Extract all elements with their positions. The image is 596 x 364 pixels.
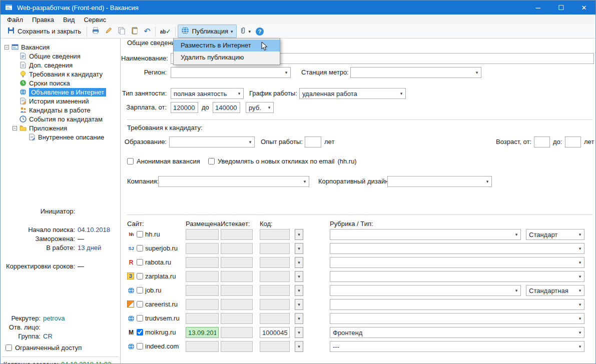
- tree-item-attachments[interactable]: − Приложения: [1, 124, 120, 132]
- anonymous-vacancy-checkbox[interactable]: [127, 158, 134, 164]
- code-dropdown-button[interactable]: ▾: [295, 299, 303, 310]
- tree-item-search-terms[interactable]: Сроки поиска: [1, 78, 120, 88]
- code-input[interactable]: [260, 341, 290, 352]
- type-select[interactable]: Стандартная▾: [526, 285, 584, 296]
- code-input[interactable]: [260, 313, 290, 324]
- code-dropdown-button[interactable]: ▾: [295, 341, 303, 352]
- menu-view[interactable]: Вид: [59, 14, 80, 24]
- rubric-select[interactable]: ▾: [330, 299, 584, 310]
- close-button[interactable]: ✕: [572, 0, 595, 14]
- placed-input[interactable]: [186, 285, 219, 296]
- placed-input[interactable]: [186, 271, 219, 282]
- placed-input[interactable]: [186, 341, 219, 352]
- salary-from-input[interactable]: [171, 102, 198, 113]
- menu-file[interactable]: Файл: [3, 14, 28, 24]
- site-checkbox[interactable]: [137, 315, 143, 322]
- rubric-select[interactable]: ▾: [330, 229, 521, 240]
- age-to-input[interactable]: [565, 136, 581, 148]
- expires-input[interactable]: [221, 327, 253, 338]
- site-checkbox[interactable]: [137, 259, 143, 266]
- rubric-select[interactable]: ▾: [330, 285, 521, 296]
- minimize-button[interactable]: ─: [526, 0, 549, 14]
- rubric-select[interactable]: ▾: [330, 313, 584, 324]
- placed-input[interactable]: [186, 313, 219, 324]
- currency-select[interactable]: руб.▾: [246, 102, 274, 113]
- metro-select[interactable]: ▾: [350, 67, 481, 78]
- restricted-access-checkbox[interactable]: [6, 344, 12, 351]
- expires-input[interactable]: [221, 299, 253, 310]
- expires-input[interactable]: [221, 257, 253, 268]
- format-button[interactable]: [102, 24, 115, 38]
- expires-input[interactable]: [221, 229, 253, 240]
- design-select[interactable]: ▾: [387, 176, 492, 187]
- code-input[interactable]: [260, 299, 290, 310]
- tree-item-general[interactable]: Общие сведения: [1, 52, 120, 60]
- site-checkbox[interactable]: [137, 329, 143, 336]
- collapse-icon[interactable]: −: [13, 126, 17, 130]
- tree-item-events[interactable]: События по кандидатам: [1, 114, 120, 124]
- help-button[interactable]: ?: [253, 26, 266, 38]
- placed-input[interactable]: [186, 243, 219, 254]
- region-select[interactable]: ▾: [171, 67, 291, 78]
- expires-input[interactable]: [221, 341, 253, 352]
- copy-button[interactable]: [115, 24, 128, 38]
- publish-button[interactable]: Публикация ▾: [178, 24, 236, 38]
- expires-input[interactable]: [221, 271, 253, 282]
- code-input[interactable]: [260, 257, 290, 268]
- spellcheck-button[interactable]: ab✓: [158, 26, 174, 37]
- type-select[interactable]: Стандарт▾: [526, 229, 584, 240]
- employment-select[interactable]: полная занятость▾: [171, 88, 244, 99]
- code-dropdown-button[interactable]: ▾: [295, 243, 303, 254]
- company-select[interactable]: ▾: [158, 176, 309, 187]
- code-dropdown-button[interactable]: ▾: [295, 285, 303, 296]
- undo-button[interactable]: ↶: [141, 26, 153, 38]
- tree-item-internal-desc[interactable]: Внутреннее описание: [1, 132, 120, 142]
- code-input[interactable]: [260, 327, 290, 338]
- experience-input[interactable]: [305, 136, 321, 148]
- tree-item-requirements[interactable]: Требования к кандидату: [1, 70, 120, 78]
- site-checkbox[interactable]: [137, 343, 143, 350]
- print-button[interactable]: [89, 24, 102, 38]
- save-and-close-button[interactable]: Сохранить и закрыть: [4, 24, 85, 38]
- code-input[interactable]: [260, 243, 290, 254]
- rubric-select[interactable]: ▾: [330, 271, 584, 282]
- collapse-icon[interactable]: −: [5, 45, 9, 50]
- attachment-button[interactable]: ▾: [237, 24, 254, 38]
- placed-input[interactable]: [186, 257, 219, 268]
- age-from-input[interactable]: [534, 136, 550, 148]
- code-input[interactable]: [260, 285, 290, 296]
- schedule-select[interactable]: удаленная работа▾: [299, 88, 406, 99]
- rubric-select[interactable]: ▾: [330, 243, 584, 254]
- site-checkbox[interactable]: [137, 301, 143, 308]
- code-dropdown-button[interactable]: ▾: [295, 257, 303, 268]
- maximize-button[interactable]: ☐: [549, 0, 572, 14]
- tree-item-additional[interactable]: Доп. сведения: [1, 60, 120, 70]
- expires-input[interactable]: [221, 243, 253, 254]
- code-input[interactable]: [260, 229, 290, 240]
- site-checkbox[interactable]: [137, 273, 143, 280]
- tree-item-candidates[interactable]: Кандидаты в работе: [1, 106, 120, 114]
- rubric-select[interactable]: ---▾: [330, 341, 584, 352]
- placed-input[interactable]: [186, 327, 219, 338]
- code-input[interactable]: [260, 271, 290, 282]
- site-checkbox[interactable]: [137, 287, 143, 294]
- menu-service[interactable]: Сервис: [79, 14, 111, 24]
- paste-button[interactable]: [128, 24, 141, 38]
- site-checkbox[interactable]: [137, 245, 143, 252]
- code-dropdown-button[interactable]: ▾: [295, 271, 303, 282]
- notify-email-checkbox[interactable]: [208, 158, 215, 164]
- placed-input[interactable]: [186, 229, 219, 240]
- tree-root-vacancy[interactable]: − Вакансия: [1, 42, 120, 52]
- placed-input[interactable]: [186, 299, 219, 310]
- expires-input[interactable]: [221, 285, 253, 296]
- rubric-select[interactable]: Фронтенд▾: [330, 327, 584, 338]
- site-checkbox[interactable]: [137, 231, 143, 238]
- code-dropdown-button[interactable]: ▾: [295, 229, 303, 240]
- code-dropdown-button[interactable]: ▾: [295, 313, 303, 324]
- salary-to-input[interactable]: [213, 102, 240, 113]
- tree-item-history[interactable]: История изменений: [1, 96, 120, 106]
- rubric-select[interactable]: ▾: [330, 257, 584, 268]
- code-dropdown-button[interactable]: ▾: [295, 327, 303, 338]
- education-select[interactable]: ▾: [169, 136, 255, 148]
- tree-item-internet-ad[interactable]: Объявление в Интернет: [1, 88, 120, 96]
